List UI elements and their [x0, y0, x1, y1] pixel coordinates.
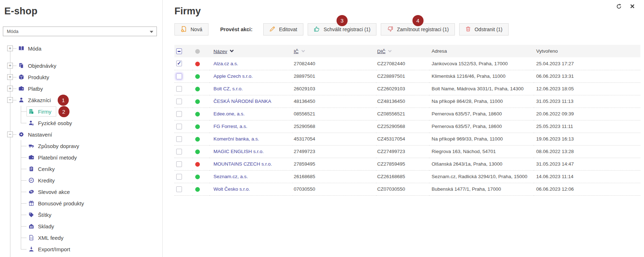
tree-item[interactable]: Fyzické osoby	[0, 117, 162, 129]
tree-item[interactable]: Export/Import	[0, 243, 162, 255]
tree-item[interactable]: − Nastavení	[0, 129, 162, 140]
dic-value: CZ07030550	[376, 183, 429, 195]
row-checkbox[interactable]	[176, 86, 182, 92]
tree-item[interactable]: % Slevové akce	[0, 186, 162, 197]
status-dot	[195, 175, 200, 179]
company-link[interactable]: Bolt CZ, s.r.o.	[213, 86, 243, 91]
tree-item-box[interactable]: Móda	[16, 43, 46, 53]
refresh-button[interactable]	[616, 4, 622, 10]
collapse-icon[interactable]: −	[7, 97, 13, 103]
column-created: Vytvořeno	[536, 48, 558, 54]
created-value: 14.06.2023 11:14	[534, 170, 640, 183]
shop-selector[interactable]: Móda	[3, 27, 157, 36]
status-dot	[195, 137, 200, 142]
pricelist-clipboard-icon	[28, 166, 34, 172]
company-link[interactable]: Seznam.cz, a.s.	[213, 174, 248, 179]
company-link[interactable]: MAGIC ENGLISH s.r.o.	[213, 149, 264, 154]
collapse-icon[interactable]: −	[7, 132, 13, 137]
tree-item-box[interactable]: % Slevové akce	[27, 187, 75, 197]
company-link[interactable]: MOUNTAINS CZECH s.r.o.	[213, 161, 272, 167]
tree-item[interactable]: − Zákazníci 1	[0, 94, 162, 106]
tree-item[interactable]: + Platby	[0, 83, 162, 94]
status-dot	[195, 187, 200, 192]
company-link[interactable]: Wolt Česko s.r.o.	[213, 186, 250, 192]
dic-value: CZ08556521	[376, 108, 429, 120]
company-link[interactable]: Edee.one, a.s.	[213, 111, 245, 116]
row-checkbox[interactable]	[176, 161, 182, 167]
expand-icon[interactable]: +	[7, 63, 13, 68]
close-button[interactable]	[629, 4, 635, 10]
tree-item-box[interactable]: Fyzické osoby	[27, 118, 77, 128]
page-title: Firmy	[174, 6, 644, 17]
sort-by-name[interactable]: Název	[213, 49, 227, 54]
tree-item[interactable]: Firmy 2	[0, 106, 162, 117]
tree-item-box[interactable]: Objednávky	[16, 61, 61, 71]
tree-item[interactable]: Štítky	[0, 209, 162, 220]
tree-item[interactable]: Způsoby dopravy	[0, 140, 162, 152]
tree-item[interactable]: Platební metody	[0, 152, 162, 163]
sort-by-ic[interactable]: IČ	[294, 49, 299, 54]
tree-item-box[interactable]: Nastavení	[16, 129, 57, 139]
tree-item[interactable]: + Produkty	[0, 71, 162, 83]
tree-item-box[interactable]: Platby	[16, 84, 48, 94]
tree-item[interactable]: Sklady	[0, 220, 162, 232]
tree-item[interactable]: <> XML feedy	[0, 232, 162, 243]
company-link[interactable]: ČESKÁ NÁRODNÍ BANKA	[213, 99, 271, 104]
row-checkbox[interactable]	[176, 111, 182, 117]
edit-button[interactable]: Editovat	[263, 23, 303, 35]
row-checkbox[interactable]	[176, 124, 182, 129]
tree-item-box[interactable]: Produkty	[16, 72, 54, 82]
company-link[interactable]: FG Forrest, a.s.	[213, 124, 247, 129]
tree-item-box[interactable]: Export/Import	[27, 244, 75, 254]
gift-icon	[28, 200, 34, 206]
created-value: 31.05.2023 14:47	[534, 158, 640, 170]
tree-item-box[interactable]: cr Kredity	[27, 175, 59, 185]
new-button[interactable]: Nová	[174, 23, 208, 35]
row-checkbox[interactable]	[176, 174, 182, 180]
tree-item-box[interactable]: Zákazníci	[16, 95, 56, 105]
delete-button[interactable]: Odstranit (1)	[459, 23, 509, 35]
tree-item-box[interactable]: Sklady	[27, 221, 59, 231]
select-all-checkbox[interactable]	[176, 48, 182, 54]
company-link[interactable]: Alza.cz a.s.	[213, 61, 238, 66]
row-checkbox[interactable]	[176, 99, 182, 104]
expand-icon[interactable]: +	[7, 46, 13, 51]
tree-item-box[interactable]: Firmy	[27, 106, 56, 116]
company-link[interactable]: Apple Czech s.r.o.	[213, 73, 253, 79]
table-row: Wolt Česko s.r.o. 07030550 CZ07030550 Bu…	[174, 183, 640, 195]
tree-item-box[interactable]: Štítky	[27, 210, 56, 220]
thumbs-up-icon	[314, 26, 320, 33]
sort-icon[interactable]	[388, 48, 392, 54]
tag-icon	[28, 212, 34, 218]
row-checkbox[interactable]	[176, 186, 182, 192]
created-value: 08.06.2022 13:28	[534, 145, 640, 158]
tree-item[interactable]: Bonusové produkty	[0, 197, 162, 209]
tree-item-box[interactable]: <> XML feedy	[27, 233, 68, 243]
address-value: Bolt Name, Mádrova 3031/1, Praha, 14300	[429, 82, 534, 95]
app-title: E-shop	[4, 6, 162, 17]
tree-item-box[interactable]: Bonusové produkty	[27, 198, 88, 208]
tree-item-box[interactable]: Ceníky	[27, 164, 59, 174]
row-checkbox[interactable]	[176, 73, 182, 79]
ic-value: 27859495	[293, 158, 376, 170]
row-checkbox[interactable]	[176, 136, 182, 142]
row-checkbox[interactable]	[176, 149, 182, 154]
sort-desc-icon[interactable]	[230, 48, 234, 54]
tree-item[interactable]: Ceníky	[0, 163, 162, 175]
dic-value: CZ27859495	[376, 158, 429, 170]
sort-icon[interactable]	[301, 48, 305, 54]
expand-icon[interactable]: +	[7, 86, 13, 91]
row-checkbox[interactable]	[176, 61, 182, 66]
tree-item[interactable]: cr Kredity	[0, 175, 162, 186]
tree-item-box[interactable]: Platební metody	[27, 152, 81, 162]
address-value: Na příkopě 969/33, Praha, 11000	[429, 133, 534, 145]
company-link[interactable]: Komerční banka, a.s.	[213, 136, 259, 142]
expand-icon[interactable]: +	[7, 74, 13, 80]
tree-item-box[interactable]: Způsoby dopravy	[27, 141, 84, 151]
tree-item[interactable]: + Móda	[0, 43, 162, 54]
notification-badge: 1	[58, 95, 69, 106]
sort-by-dic[interactable]: DIČ	[377, 49, 385, 54]
companies-building-icon	[28, 109, 34, 114]
tree-item[interactable]: + Objednávky	[0, 60, 162, 71]
ic-value: 07030550	[293, 183, 376, 195]
